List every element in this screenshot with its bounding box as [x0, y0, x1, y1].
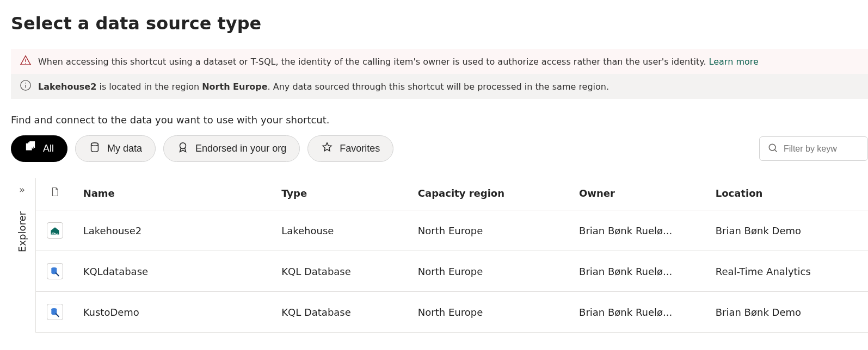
cell-name: Lakehouse2: [75, 210, 273, 251]
cell-region: North Europe: [409, 251, 570, 292]
subhead: Find and connect to the data you want to…: [11, 114, 868, 126]
page-title: Select a data source type: [11, 13, 868, 34]
ribbon-icon: [177, 141, 189, 156]
filter-favorites-button[interactable]: Favorites: [307, 135, 393, 162]
stack-icon: [24, 141, 36, 156]
cell-type: KQL Database: [273, 292, 409, 333]
info-text: Lakehouse2 is located in the region Nort…: [38, 82, 609, 92]
search-icon: [767, 142, 778, 155]
filter-endorsed-button[interactable]: Endorsed in your org: [163, 135, 300, 162]
warning-text: When accessing this shortcut using a dat…: [38, 57, 759, 67]
cell-location: Real-Time Analytics: [707, 251, 868, 292]
cell-region: North Europe: [409, 292, 570, 333]
database-icon: [89, 141, 101, 156]
filter-toolbar: All My data Endorsed in your org Favorit…: [11, 135, 868, 162]
table-row[interactable]: KQLdatabaseKQL DatabaseNorth EuropeBrian…: [36, 251, 868, 292]
col-header-type[interactable]: Type: [273, 178, 409, 210]
col-header-region[interactable]: Capacity region: [409, 178, 570, 210]
explorer-rail: » Explorer: [11, 178, 35, 333]
svg-line-8: [774, 149, 777, 152]
search-box[interactable]: [759, 136, 868, 161]
svg-point-7: [769, 144, 775, 151]
filter-all-button[interactable]: All: [11, 135, 67, 162]
cell-name: KustoDemo: [75, 292, 273, 333]
filter-mydata-label: My data: [107, 143, 142, 154]
filter-mydata-button[interactable]: My data: [75, 135, 156, 162]
cell-name: KQLdatabase: [75, 251, 273, 292]
info-icon: [20, 79, 32, 93]
item-type-icon: [36, 292, 75, 333]
cell-owner: Brian Bønk Ruelø...: [570, 210, 707, 251]
learn-more-link[interactable]: Learn more: [709, 57, 759, 67]
datasource-table: Name Type Capacity region Owner Location…: [36, 178, 868, 333]
col-header-location[interactable]: Location: [707, 178, 868, 210]
filter-favorites-label: Favorites: [340, 143, 380, 154]
table-row[interactable]: Lakehouse2LakehouseNorth EuropeBrian Bøn…: [36, 210, 868, 251]
table-row[interactable]: KustoDemoKQL DatabaseNorth EuropeBrian B…: [36, 292, 868, 333]
svg-point-1: [25, 63, 26, 64]
file-icon: [50, 189, 60, 200]
filter-all-label: All: [43, 143, 54, 154]
col-header-icon: [36, 178, 75, 210]
warning-banner: When accessing this shortcut using a dat…: [11, 49, 868, 74]
svg-point-6: [180, 143, 186, 149]
cell-owner: Brian Bønk Ruelø...: [570, 251, 707, 292]
cell-location: Brian Bønk Demo: [707, 210, 868, 251]
explorer-label: Explorer: [16, 211, 28, 252]
cell-type: KQL Database: [273, 251, 409, 292]
cell-type: Lakehouse: [273, 210, 409, 251]
filter-endorsed-label: Endorsed in your org: [195, 143, 286, 154]
info-banner: Lakehouse2 is located in the region Nort…: [11, 74, 868, 99]
search-input[interactable]: [784, 144, 860, 154]
warning-icon: [20, 54, 32, 68]
svg-point-4: [25, 83, 26, 84]
cell-region: North Europe: [409, 210, 570, 251]
svg-point-5: [91, 143, 99, 146]
cell-owner: Brian Bønk Ruelø...: [570, 292, 707, 333]
col-header-name[interactable]: Name: [75, 178, 273, 210]
col-header-owner[interactable]: Owner: [570, 178, 707, 210]
item-type-icon: [36, 210, 75, 251]
item-type-icon: [36, 251, 75, 292]
star-icon: [321, 141, 333, 156]
cell-location: Brian Bønk Demo: [707, 292, 868, 333]
chevron-expand-icon[interactable]: »: [19, 184, 25, 195]
